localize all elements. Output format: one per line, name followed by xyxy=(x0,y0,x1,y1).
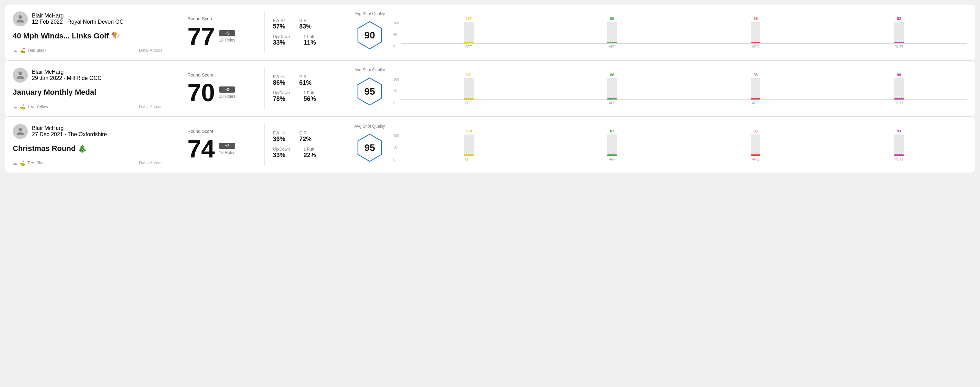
chart-section: Avg Shot Quality 95100500110879593OTTAPP… xyxy=(352,124,967,166)
round-card: Blair McHarg29 Jan 2022 · Mill Ride GCCJ… xyxy=(4,60,976,117)
hexagon: 95 xyxy=(354,74,385,109)
fw-hit-stat: FW Hit36% xyxy=(273,131,286,143)
stats-section: FW Hit57%GIR83%Up/Down33%1 Putt11% xyxy=(273,11,335,53)
avatar xyxy=(13,124,28,139)
bar-background xyxy=(464,135,474,156)
player-section: Blair McHarg12 Feb 2022 · Royal North De… xyxy=(13,11,170,53)
score-holes: 18 Holes xyxy=(219,150,235,155)
avatar xyxy=(13,68,28,82)
score-label: Round Score xyxy=(188,16,256,21)
score-holes: 18 Holes xyxy=(219,38,235,43)
fw-hit-stat: FW Hit57% xyxy=(273,18,286,30)
gir-stat: GIR83% xyxy=(299,18,312,30)
player-section: Blair McHarg29 Jan 2022 · Mill Ride GCCJ… xyxy=(13,68,170,109)
bar-background xyxy=(894,78,904,100)
tee-info: ☁⛳Tee: Yellow xyxy=(13,104,48,109)
bar-value-label: 110 xyxy=(465,129,472,133)
player-info: Blair McHarg27 Dec 2021 · The Oxfordshir… xyxy=(32,125,107,138)
bar-axis-label: APP xyxy=(544,45,681,49)
score-label: Round Score xyxy=(188,72,256,78)
bar-fill xyxy=(607,42,617,43)
bar-axis-label: PUTT xyxy=(831,101,967,105)
player-section: Blair McHarg27 Dec 2021 · The Oxfordshir… xyxy=(13,124,170,166)
data-source: Data: Arccos xyxy=(139,104,162,109)
bar-value-label: 82 xyxy=(897,16,901,21)
score-number: 74 xyxy=(188,136,215,161)
bar-column: 93 xyxy=(831,128,967,156)
updown-stat: Up/Down78% xyxy=(273,90,290,103)
gir-stat: GIR61% xyxy=(299,75,312,86)
bar-axis-label: APP xyxy=(544,101,681,105)
bar-value-label: 96 xyxy=(753,73,757,77)
hexagon: 90 xyxy=(354,17,385,53)
bar-axis-label: ARG xyxy=(687,157,824,161)
bar-value-label: 101 xyxy=(465,73,472,77)
bar-fill xyxy=(751,98,760,100)
tee-info: ☁⛳Tee: Blue xyxy=(13,160,45,166)
round-card: Blair McHarg12 Feb 2022 · Royal North De… xyxy=(4,4,976,60)
bar-column: 95 xyxy=(544,16,681,43)
bag-icon: ⛳ xyxy=(19,104,25,109)
oneputt-stat: 1 Putt11% xyxy=(304,34,316,46)
bar-value-label: 95 xyxy=(610,16,614,21)
player-meta: 12 Feb 2022 · Royal North Devon GC xyxy=(32,19,124,25)
round-title: Christmas Round 🎄 xyxy=(13,144,162,153)
player-name: Blair McHarg xyxy=(32,125,107,132)
bar-fill xyxy=(607,98,617,100)
bar-column: 99 xyxy=(831,72,967,100)
tee-label: Tee: Black xyxy=(27,48,46,53)
tee-info: ☁⛳Tee: Black xyxy=(13,48,46,53)
bar-axis-label: OTT xyxy=(401,45,537,49)
shot-quality-label: Avg Shot Quality xyxy=(354,124,385,128)
score-label: Round Score xyxy=(188,128,256,134)
bar-background xyxy=(464,22,474,43)
divider xyxy=(179,11,179,53)
shot-quality-label: Avg Shot Quality xyxy=(354,11,385,16)
bar-background xyxy=(607,78,617,100)
bar-column: 87 xyxy=(544,128,681,156)
divider xyxy=(179,68,179,109)
bar-background xyxy=(751,135,760,156)
bar-column: 110 xyxy=(401,128,537,156)
avatar xyxy=(13,11,28,26)
bar-axis-label: PUTT xyxy=(831,157,967,161)
score-number: 70 xyxy=(188,80,215,105)
data-source: Data: Arccos xyxy=(139,48,162,53)
score-badge: +5 xyxy=(219,30,235,36)
round-title: 40 Mph Winds... Links Golf 🪁 xyxy=(13,32,162,40)
weather-icon: ☁ xyxy=(13,104,18,109)
bar-fill xyxy=(751,42,760,43)
gir-stat: GIR72% xyxy=(299,131,312,143)
bag-icon: ⛳ xyxy=(19,48,25,53)
bar-fill xyxy=(894,154,904,156)
updown-stat: Up/Down33% xyxy=(273,34,290,46)
tee-label: Tee: Blue xyxy=(27,160,45,165)
weather-icon: ☁ xyxy=(13,160,18,166)
chart-section: Avg Shot Quality 90100500107959882OTTAPP… xyxy=(352,11,967,53)
bar-fill xyxy=(894,42,904,43)
bar-fill xyxy=(464,98,474,100)
hexagon: 95 xyxy=(354,130,385,166)
weather-icon: ☁ xyxy=(13,48,18,53)
divider xyxy=(343,124,343,166)
bar-fill xyxy=(464,154,474,156)
shot-quality-score: 95 xyxy=(364,143,375,153)
player-meta: 29 Jan 2022 · Mill Ride GCC xyxy=(32,75,102,81)
bar-axis-label: OTT xyxy=(401,157,537,161)
divider xyxy=(264,124,265,166)
bar-axis-label: ARG xyxy=(687,101,824,105)
bar-column: 98 xyxy=(687,16,824,43)
bar-axis-label: OTT xyxy=(401,101,537,105)
shot-quality-label: Avg Shot Quality xyxy=(354,68,385,72)
bar-axis-label: APP xyxy=(544,157,681,161)
bar-axis-label: ARG xyxy=(687,45,824,49)
updown-stat: Up/Down33% xyxy=(273,147,290,159)
score-section: Round Score77+518 Holes xyxy=(188,11,256,53)
stats-section: FW Hit36%GIR72%Up/Down33%1 Putt22% xyxy=(273,124,335,166)
score-section: Round Score74+218 Holes xyxy=(188,124,256,166)
bar-axis-label: PUTT xyxy=(831,45,967,49)
bar-background xyxy=(607,22,617,43)
player-info: Blair McHarg29 Jan 2022 · Mill Ride GCC xyxy=(32,69,102,81)
shot-quality-score: 90 xyxy=(364,30,375,41)
fw-hit-stat: FW Hit86% xyxy=(273,75,286,86)
